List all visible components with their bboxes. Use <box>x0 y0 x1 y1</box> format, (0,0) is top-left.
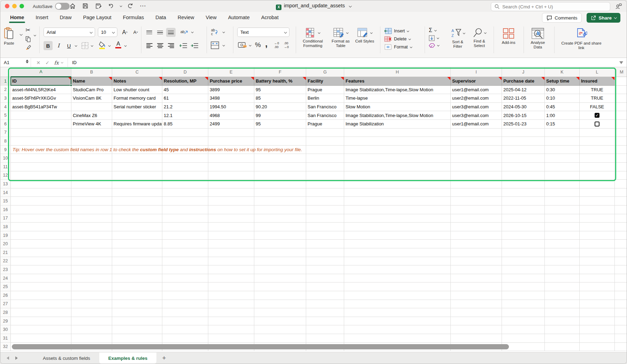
cell-G16[interactable] <box>306 206 344 214</box>
comments-button[interactable]: Comments <box>542 13 582 23</box>
clear-button[interactable] <box>429 43 439 48</box>
cell-K3[interactable]: 0:10 <box>545 94 580 103</box>
cell-C4[interactable]: Serial number sticker <box>112 103 162 111</box>
cell-D2[interactable]: 45 <box>162 86 208 94</box>
cell-J30[interactable] <box>502 325 545 334</box>
cell-C6[interactable]: Requires firmware update <box>112 120 162 129</box>
row-header-10[interactable]: 10 <box>0 154 11 163</box>
row-header-13[interactable]: 13 <box>0 180 11 188</box>
cell-L31[interactable] <box>580 334 615 343</box>
cell-M19[interactable] <box>615 231 627 240</box>
cell-I2[interactable]: user1@email.com <box>451 86 502 94</box>
cell-G30[interactable] <box>306 325 344 334</box>
decrease-indent-icon[interactable] <box>179 41 188 50</box>
cell-A22[interactable] <box>11 257 71 266</box>
spreadsheet-grid[interactable]: ABCDEFGHIJKLM1IDNameNotesResolution, MPP… <box>0 67 627 352</box>
create-pdf-button[interactable]: Create PDF and share link <box>560 28 602 50</box>
row-header-11[interactable]: 11 <box>0 163 11 171</box>
cell-H12[interactable] <box>344 171 451 180</box>
underline-chevron-icon[interactable] <box>75 44 77 47</box>
cell-I26[interactable] <box>451 291 502 300</box>
cell-K13[interactable] <box>545 180 580 188</box>
cell-B10[interactable] <box>71 154 112 163</box>
insert-cells-button[interactable]: Insert <box>384 28 412 34</box>
cell-L26[interactable] <box>580 291 615 300</box>
row-header-14[interactable]: 14 <box>0 188 11 197</box>
cell-C2[interactable]: Low shutter count <box>112 86 162 94</box>
cell-E18[interactable] <box>208 223 254 231</box>
cell-G5[interactable]: San Francisco <box>306 111 344 120</box>
number-format-select[interactable]: Text <box>237 28 289 37</box>
cell-D3[interactable]: 61 <box>162 94 208 103</box>
row-header-29[interactable]: 29 <box>0 317 11 326</box>
row-header-21[interactable]: 21 <box>0 248 11 257</box>
align-middle-icon[interactable] <box>155 28 165 37</box>
comma-style-icon[interactable]: , <box>265 38 268 49</box>
cell-G24[interactable] <box>306 274 344 283</box>
cell-B1[interactable]: Name <box>71 77 112 86</box>
cell-J4[interactable]: 2024-05-30 <box>502 103 545 111</box>
format-painter-icon[interactable] <box>25 45 31 50</box>
cell-H27[interactable] <box>344 300 451 309</box>
cell-I3[interactable]: user2@email.com <box>451 94 502 103</box>
cell-M8[interactable] <box>615 137 627 146</box>
cell-D10[interactable] <box>162 154 208 163</box>
ribbon-tab-data[interactable]: Data <box>155 13 167 22</box>
insured-checkbox[interactable]: ✓ <box>595 113 599 118</box>
cell-B24[interactable] <box>71 274 112 283</box>
cell-C30[interactable] <box>112 325 162 334</box>
cell-M21[interactable] <box>615 248 627 257</box>
cell-G3[interactable]: Berlin <box>306 94 344 103</box>
cell-G9[interactable] <box>306 146 344 154</box>
cell-J17[interactable] <box>502 214 545 223</box>
cell-B8[interactable] <box>71 137 112 146</box>
cell-A24[interactable] <box>11 274 71 283</box>
cell-J6[interactable]: 2025-01-23 <box>502 120 545 129</box>
cell-I5[interactable]: user3@email.com <box>451 111 502 120</box>
cell-A8[interactable] <box>11 137 71 146</box>
cell-K29[interactable] <box>545 317 580 326</box>
cell-B4[interactable] <box>71 103 112 111</box>
cell-I24[interactable] <box>451 274 502 283</box>
cell-H1[interactable]: Features <box>344 77 451 86</box>
cell-J1[interactable]: Purchase date <box>502 77 545 86</box>
fill-button[interactable] <box>429 35 439 41</box>
cell-B26[interactable] <box>71 291 112 300</box>
ribbon-tab-automate[interactable]: Automate <box>228 13 250 22</box>
cell-B19[interactable] <box>71 231 112 240</box>
cell-E30[interactable] <box>208 325 254 334</box>
cell-F27[interactable] <box>254 300 306 309</box>
cell-E4[interactable]: 1994.50 <box>208 103 254 111</box>
cell-E29[interactable] <box>208 317 254 326</box>
wrap-text-chevron-icon[interactable] <box>223 31 225 33</box>
increase-decimal-icon[interactable]: ←0 .00 <box>274 41 279 49</box>
cell-K17[interactable] <box>545 214 580 223</box>
cell-I21[interactable] <box>451 248 502 257</box>
cell-M13[interactable] <box>615 180 627 188</box>
cell-L15[interactable] <box>580 197 615 206</box>
cell-H16[interactable] <box>344 206 451 214</box>
cell-G7[interactable] <box>306 129 344 137</box>
cell-M16[interactable] <box>615 206 627 214</box>
cell-L30[interactable] <box>580 325 615 334</box>
cell-C10[interactable] <box>112 154 162 163</box>
cell-G26[interactable] <box>306 291 344 300</box>
row-header-5[interactable]: 5 <box>0 111 11 120</box>
cell-M11[interactable] <box>615 163 627 171</box>
cell-K6[interactable]: 0:15 <box>545 120 580 129</box>
cell-M17[interactable] <box>615 214 627 223</box>
cell-B29[interactable] <box>71 317 112 326</box>
cell-L8[interactable] <box>580 137 615 146</box>
cell-J9[interactable] <box>502 146 545 154</box>
cell-L3[interactable]: TRUE <box>580 94 615 103</box>
cell-K19[interactable] <box>545 231 580 240</box>
cell-D25[interactable] <box>162 282 208 291</box>
cell-D30[interactable] <box>162 325 208 334</box>
font-name-select[interactable]: Arial <box>44 28 95 37</box>
cell-L18[interactable] <box>580 223 615 231</box>
font-color-chevron-icon[interactable] <box>124 44 127 47</box>
column-header-C[interactable]: C <box>112 67 162 77</box>
cell-E20[interactable] <box>208 240 254 248</box>
cell-D19[interactable] <box>162 231 208 240</box>
cell-J19[interactable] <box>502 231 545 240</box>
